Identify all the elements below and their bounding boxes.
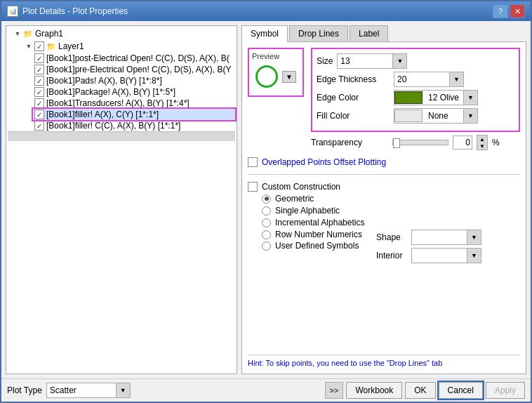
spinner-down[interactable]: ▼ xyxy=(477,143,487,150)
user-defined-label: User Defined Symbols xyxy=(275,241,359,251)
folder-icon: 📁 xyxy=(23,29,33,39)
plot-type-arrow[interactable]: ▼ xyxy=(116,383,130,397)
interior-dropdown-arrow[interactable]: ▼ xyxy=(467,249,481,263)
shape-dropdown[interactable]: ▼ xyxy=(411,230,481,245)
edge-thickness-arrow[interactable]: ▼ xyxy=(449,72,463,86)
plot-type-dropdown[interactable]: Scatter ▼ xyxy=(46,383,131,398)
geometric-label: Geometric xyxy=(275,194,314,204)
geometric-radio-fill xyxy=(265,197,269,201)
custom-construction-label: Custom Construction xyxy=(262,182,340,192)
item-2-checkbox[interactable] xyxy=(34,76,44,86)
horizontal-scrollbar[interactable] xyxy=(8,131,235,141)
item-3-checkbox[interactable] xyxy=(34,87,44,97)
plot-type-label: Plot Type xyxy=(7,385,42,395)
incremental-row: Incremental Alphabetics xyxy=(262,218,520,227)
layer-checkbox[interactable] xyxy=(34,41,44,51)
window-title: Plot Details - Plot Properties xyxy=(22,6,128,16)
tree-item-2[interactable]: [Book1]Pads! A(X), B(Y) [1*:8*] xyxy=(33,75,235,86)
geometric-radio[interactable] xyxy=(262,194,271,204)
hint-text: Hint: To skip points, you need to use th… xyxy=(248,359,442,367)
transparency-spinner[interactable]: ▲ ▼ xyxy=(477,135,488,150)
item-4-checkbox[interactable] xyxy=(34,98,44,108)
properties-section: Size 13 ▼ Edge Thickness xyxy=(311,48,520,150)
spinner-up[interactable]: ▲ xyxy=(477,136,487,143)
row-number-label: Row Number Numerics xyxy=(275,230,362,239)
fill-color-label: Fill Color xyxy=(317,111,394,121)
item-2-label: [Book1]Pads! A(X), B(Y) [1*:8*] xyxy=(46,76,162,86)
row-number-radio[interactable] xyxy=(262,230,271,239)
tree-root[interactable]: ▼ 📁 Graph1 xyxy=(11,27,235,40)
percent-label: % xyxy=(492,138,500,147)
interior-dropdown[interactable]: ▼ xyxy=(411,248,481,263)
layer-expand-icon[interactable]: ▼ xyxy=(23,41,34,52)
item-0-checkbox[interactable] xyxy=(34,53,44,63)
size-value: 13 xyxy=(338,55,392,67)
tab-drop-lines[interactable]: Drop Lines xyxy=(289,25,348,42)
item-3-label: [Book1]Package! A(X), B(Y) [1*:5*] xyxy=(46,87,175,97)
single-alphabetic-radio[interactable] xyxy=(262,206,271,216)
incremental-radio[interactable] xyxy=(262,218,271,227)
size-row: Size 13 ▼ xyxy=(317,53,514,69)
fill-color-dropdown[interactable]: None ▼ xyxy=(394,108,478,124)
tree-item-4[interactable]: [Book1]Transducers! A(X), B(Y) [1*:4*] xyxy=(33,98,235,109)
single-alphabetic-label: Single Alphabetic xyxy=(275,206,340,216)
root-expand-icon[interactable]: ▼ xyxy=(12,28,23,39)
layer-label: Layer1 xyxy=(58,41,84,51)
tab-symbol[interactable]: Symbol xyxy=(241,25,288,42)
shape-label: Shape xyxy=(376,232,411,242)
tree-item-5[interactable]: [Book1]filler! A(X), C(Y) [1*:1*] xyxy=(33,109,235,120)
edge-thickness-row: Edge Thickness 20 ▼ xyxy=(317,72,514,87)
arrow-button[interactable]: >> xyxy=(325,382,344,399)
user-defined-radio[interactable] xyxy=(262,242,271,251)
content-area: ▼ 📁 Graph1 ▼ 📁 Layer1 [Book1]post-Electr… xyxy=(1,21,531,378)
symbol-circle xyxy=(255,65,278,88)
tree-layer[interactable]: ▼ 📁 Layer1 xyxy=(22,40,235,53)
item-5-label: [Book1]filler! A(X), C(Y) [1*:1*] xyxy=(46,110,159,119)
size-dropdown[interactable]: 13 ▼ xyxy=(337,53,407,69)
edge-thickness-dropdown[interactable]: 20 ▼ xyxy=(394,72,464,87)
size-dropdown-arrow[interactable]: ▼ xyxy=(392,54,406,68)
bottom-buttons: >> Workbook OK Cancel Apply xyxy=(325,382,525,399)
preview-label: Preview xyxy=(252,52,279,60)
help-button[interactable]: ? xyxy=(493,4,508,18)
custom-checkbox[interactable] xyxy=(248,182,258,192)
edge-color-value: 12 Olive xyxy=(425,91,463,104)
close-button[interactable]: ✕ xyxy=(510,4,525,18)
item-6-checkbox[interactable] xyxy=(34,121,44,131)
fill-color-arrow[interactable]: ▼ xyxy=(463,109,477,123)
item-1-checkbox[interactable] xyxy=(34,65,44,74)
item-0-label: [Book1]post-Electrical Open! C(C), D(S),… xyxy=(46,53,230,63)
edge-color-dropdown[interactable]: 12 Olive ▼ xyxy=(394,90,478,105)
apply-button[interactable]: Apply xyxy=(486,382,525,399)
size-section: Size 13 ▼ Edge Thickness xyxy=(311,48,520,132)
tab-label[interactable]: Label xyxy=(350,25,388,42)
row-number-row: Row Number Numerics xyxy=(262,230,362,239)
symbol-dropdown-button[interactable]: ▼ xyxy=(282,71,296,83)
ok-button[interactable]: OK xyxy=(405,382,435,399)
cancel-button[interactable]: Cancel xyxy=(439,382,483,399)
layer-folder-icon: 📁 xyxy=(46,42,56,51)
item-1-label: [Book1]pre-Electrical Open! C(C), D(S), … xyxy=(46,65,231,74)
title-bar: 📊 Plot Details - Plot Properties ? ✕ xyxy=(1,1,531,21)
single-alphabetic-row: Single Alphabetic xyxy=(262,206,520,216)
overlap-checkbox[interactable] xyxy=(248,157,258,167)
item-5-checkbox[interactable] xyxy=(34,110,44,119)
transparency-value[interactable]: 0 xyxy=(453,136,472,150)
edge-thickness-label: Edge Thickness xyxy=(317,74,394,84)
edge-color-arrow[interactable]: ▼ xyxy=(463,91,477,105)
shape-dropdown-arrow[interactable]: ▼ xyxy=(467,230,481,244)
tree-item-3[interactable]: [Book1]Package! A(X), B(Y) [1*:5*] xyxy=(33,86,235,98)
incremental-label: Incremental Alphabetics xyxy=(275,218,364,227)
interior-label: Interior xyxy=(376,251,411,260)
right-panel: Symbol Drop Lines Label Preview xyxy=(241,25,526,374)
fill-color-row: Fill Color None ▼ xyxy=(317,108,514,124)
slider-thumb xyxy=(393,138,400,148)
title-controls: ? ✕ xyxy=(493,4,525,18)
tree-item-6[interactable]: [Book1]filler! C(C), A(X), B(Y) [1*:1*] xyxy=(33,120,235,131)
transparency-slider[interactable] xyxy=(392,140,448,145)
workbook-button[interactable]: Workbook xyxy=(346,382,402,399)
overlap-row: Overlapped Points Offset Plotting xyxy=(248,157,520,167)
tree-item-1[interactable]: [Book1]pre-Electrical Open! C(C), D(S), … xyxy=(33,64,235,75)
tree-item-0[interactable]: [Book1]post-Electrical Open! C(C), D(S),… xyxy=(33,53,235,64)
preview-area: ▼ xyxy=(255,60,296,93)
